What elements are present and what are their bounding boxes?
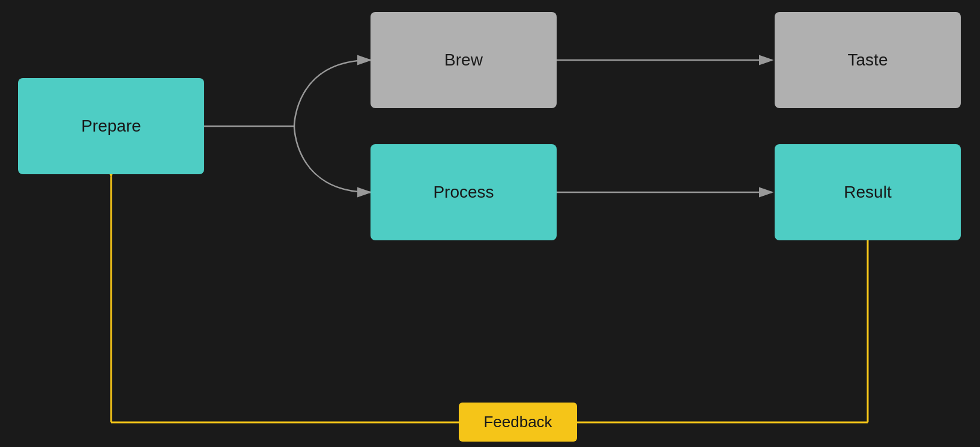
process-node: Process — [371, 144, 557, 240]
diagram-container: Prepare Brew Taste Process Result Feedba… — [0, 0, 980, 447]
taste-node: Taste — [775, 12, 961, 108]
feedback-node: Feedback — [459, 403, 577, 442]
taste-label: Taste — [848, 50, 888, 70]
result-node: Result — [775, 144, 961, 240]
brew-node: Brew — [371, 12, 557, 108]
process-label: Process — [433, 183, 494, 202]
feedback-label: Feedback — [483, 413, 552, 431]
prepare-label: Prepare — [81, 117, 141, 136]
prepare-node: Prepare — [18, 78, 204, 174]
brew-label: Brew — [444, 50, 483, 70]
result-label: Result — [844, 183, 891, 202]
